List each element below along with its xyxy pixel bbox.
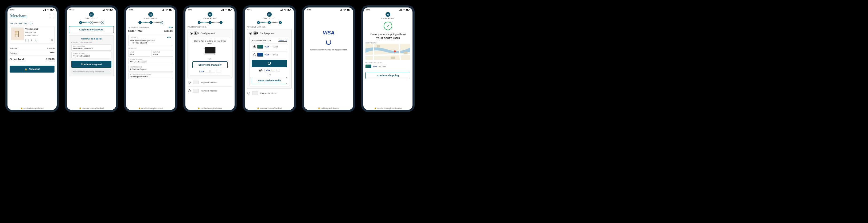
signal-icon <box>102 9 105 11</box>
svg-rect-52 <box>347 9 349 10</box>
payment-method-option[interactable]: Payment method <box>188 86 232 95</box>
svg-rect-23 <box>164 9 164 11</box>
screen-login-guest: 9:41 M CHECKOUT 1 2 3 Log in to my accou… <box>65 5 118 112</box>
card-payment-label: Card payment <box>260 32 274 35</box>
svg-rect-54 <box>399 10 400 11</box>
pm-label: Payment method <box>260 92 276 95</box>
signal-icon <box>43 9 46 11</box>
payment-method-label: PAYMENT METHOD: <box>188 26 232 28</box>
url-text: merchant.example/checkout <box>141 107 163 109</box>
switch-id-link[interactable]: Switch ID <box>278 39 287 42</box>
checkout-button-label: Checkout <box>29 68 39 70</box>
step-1 <box>138 21 141 24</box>
continue-guest-button[interactable]: Continue as guest <box>71 61 112 68</box>
contact-mobile: +44 7412 112233 <box>130 42 171 44</box>
checkout-title: CHECKOUT <box>366 17 410 20</box>
mobile-field[interactable]: MOBILE NUMBER+44 7412 112233 <box>128 58 173 64</box>
card-last4: ···· 0910 <box>271 53 278 56</box>
url-text: clicktopay.auth.visa.com <box>321 107 340 109</box>
payment-method-option[interactable]: Payment method <box>247 89 292 97</box>
click-to-pay-icon <box>258 69 263 72</box>
card-radio[interactable] <box>253 53 256 56</box>
visa-icon: VISA <box>265 54 269 56</box>
product-name: Wooden chair <box>25 28 53 31</box>
card-brand-icon <box>205 70 210 73</box>
battery-icon <box>406 9 410 11</box>
trash-icon[interactable]: 🗑 <box>51 38 53 42</box>
order-total-value: £ 89.00 <box>164 30 173 33</box>
card-payment-radio[interactable] <box>190 32 193 35</box>
linked-card-option[interactable]: VISA···· 1234 <box>252 43 287 50</box>
battery-icon <box>110 9 113 11</box>
name-label: NAME <box>130 51 149 53</box>
spinner-icon <box>268 62 271 65</box>
name-value: Alex <box>130 53 149 55</box>
merchant-badge: M <box>89 12 94 17</box>
status-icons <box>281 9 291 11</box>
email-field[interactable]: EMAIL ADDRESS alex.miller@mail.com <box>71 44 112 51</box>
enter-manually-button[interactable]: Enter card manually <box>252 77 287 84</box>
svg-rect-1 <box>44 10 44 11</box>
svg-rect-15 <box>104 9 104 11</box>
svg-rect-41 <box>288 9 289 10</box>
svg-rect-47 <box>340 10 340 11</box>
address1-field[interactable]: ADDRESS LINE 11 Sheldon Square <box>128 65 173 72</box>
ctp-info-expander[interactable]: How does Click to Pay use my information… <box>71 69 112 74</box>
wifi-icon <box>284 9 287 11</box>
guest-title: Continue as a guest <box>71 38 112 40</box>
wifi-icon <box>106 9 109 11</box>
mobile-value: +44 7412 112233 <box>130 61 172 63</box>
login-button[interactable]: Log in to my account <box>69 26 114 33</box>
pm-radio[interactable] <box>188 89 191 92</box>
chevron-down-icon[interactable]: ⌄ <box>128 26 130 29</box>
payment-method-option[interactable]: Payment method <box>188 78 232 86</box>
merchant-badge: M <box>148 12 153 17</box>
checkout-title: CHECKOUT <box>69 17 114 20</box>
mobile-field[interactable]: MOBILE NUMBER +44 7412 112233 <box>71 52 112 58</box>
mobile-label: MOBILE NUMBER <box>73 53 110 54</box>
lock-icon: 🔒 <box>79 107 81 109</box>
addr2-value: Paddington Central <box>130 75 172 78</box>
url-bar: 🔒clicktopay.auth.visa.com <box>304 106 353 110</box>
subtotal-value: £ 89.00 <box>47 47 55 50</box>
email-label: EMAIL ADDRESS <box>73 45 110 47</box>
checkout-title: CHECKOUT <box>188 17 232 20</box>
pm-radio[interactable] <box>247 92 250 95</box>
card-art-icon <box>257 45 263 48</box>
card-payment-radio[interactable] <box>249 32 252 35</box>
subtotal-label: Subtotal: <box>10 47 18 50</box>
card-radio[interactable] <box>253 45 256 48</box>
menu-icon[interactable] <box>50 14 54 18</box>
qty-increase-button[interactable]: + <box>34 39 37 42</box>
merchant-logo: Merchant <box>10 13 26 18</box>
order-total-label: Order Total: <box>10 58 25 61</box>
edit-contact-link[interactable]: EDIT <box>167 37 171 38</box>
guest-panel: Continue as a guest CONTACT INFORMATION:… <box>69 35 114 76</box>
edit-summary-link[interactable]: EDIT <box>168 27 173 28</box>
pm-radio[interactable] <box>188 81 191 84</box>
status-icons <box>340 9 350 11</box>
visa-icon: VISA <box>373 66 377 68</box>
status-icons <box>399 9 410 11</box>
stepper: 1 2 3 <box>69 21 114 24</box>
qty-decrease-button[interactable]: − <box>25 39 29 42</box>
address2-field[interactable]: ADDRESS LINE 2 (OPTIONAL)Paddington Cent… <box>128 73 173 79</box>
svg-rect-7 <box>15 31 19 32</box>
continue-shopping-button[interactable]: Continue shopping <box>366 72 410 79</box>
svg-rect-21 <box>163 10 163 11</box>
pay-loading-button[interactable] <box>252 60 287 67</box>
card-brand-icon <box>216 70 221 73</box>
enter-manually-button[interactable]: Enter card manually <box>192 61 228 68</box>
linked-card-option[interactable]: VISA···· 0910 <box>252 51 287 58</box>
name-field[interactable]: NAMEAlex <box>128 50 150 57</box>
shipping-map: 📍 <box>366 44 410 60</box>
surname-field[interactable]: SURNAMEMiller <box>151 50 173 57</box>
status-bar: 9:41 <box>67 7 116 11</box>
url-text: merchant.example/checkout <box>200 107 222 109</box>
card-brand-icon <box>272 69 275 72</box>
or-divider: OR <box>252 74 287 75</box>
lock-icon: 🔒 <box>21 107 23 109</box>
checkout-button[interactable]: 🔒 Checkout <box>10 66 55 73</box>
svg-rect-18 <box>110 9 112 10</box>
step-2: 2 <box>149 21 152 24</box>
